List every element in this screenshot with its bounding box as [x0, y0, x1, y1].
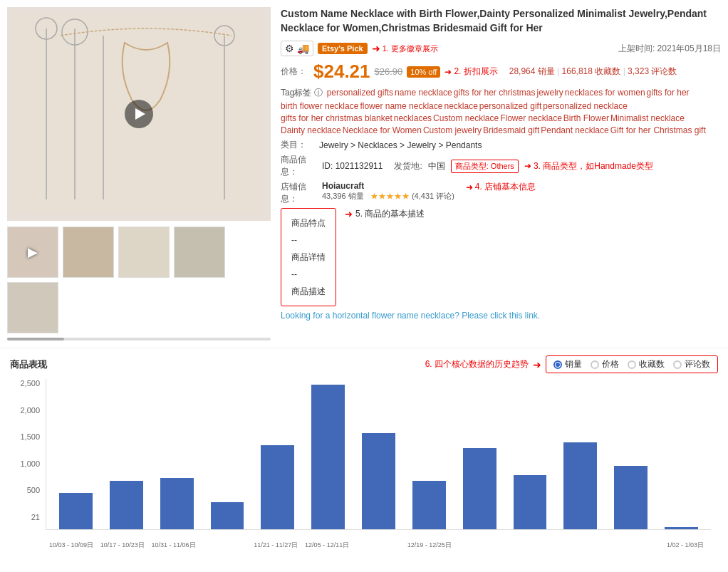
x-label-8 — [455, 541, 506, 550]
favorites-stat: 166,818 收藏数 — [562, 66, 621, 76]
bars-area — [46, 379, 711, 530]
tag-18[interactable]: Necklace for Women — [343, 125, 422, 135]
tag-1[interactable]: name necklace — [395, 88, 452, 98]
tag-16[interactable]: Minimalist necklace — [610, 113, 685, 123]
desc-line1: 商品特点 — [291, 214, 326, 232]
tag-23[interactable]: Christmas gift — [653, 125, 705, 135]
bar-group-7 — [405, 379, 453, 529]
product-info-label: 商品信息： — [281, 154, 316, 178]
product-id: ID: 1021132911 — [322, 161, 383, 171]
upload-time: 上架时间: 2021年05月18日 — [618, 43, 721, 55]
radio-reviews[interactable]: 评论数 — [673, 358, 710, 370]
category-label: 类目： — [281, 139, 316, 151]
original-price: $26.90 — [375, 66, 403, 77]
truck-icon: 🚚 — [297, 43, 309, 54]
x-label-2: 10/31 - 11/06日 — [148, 541, 199, 550]
thumbnail-4[interactable] — [174, 227, 225, 278]
thumbnail-5[interactable] — [7, 282, 58, 333]
tag-11[interactable]: gifts for her christmas blanket — [281, 113, 392, 123]
tag-19[interactable]: Custom jewelry — [423, 125, 482, 135]
thumbnail-3[interactable] — [118, 227, 170, 278]
tag-21[interactable]: Pendant necklace — [541, 125, 608, 135]
tag-5[interactable]: gifts for her — [647, 88, 690, 98]
radio-sales[interactable]: 销量 — [553, 358, 582, 370]
current-price: $24.21 — [313, 61, 370, 83]
radio-sales-label: 销量 — [565, 358, 582, 370]
annotation-5-container: ➜ 5. 商品的基本描述 — [345, 208, 425, 220]
origin-value: 中国 — [428, 160, 445, 172]
bar-0 — [59, 493, 93, 529]
annotation-2: ➜ 2. 折扣展示 — [444, 66, 497, 78]
tag-6[interactable]: birth flower necklace — [281, 101, 358, 111]
desc-link[interactable]: Looking for a horizontal flower name nec… — [281, 311, 721, 321]
store-row: 店铺信息： Hoiaucraft 43,396 销量 ★★★★★ (4,431 … — [281, 181, 721, 205]
tag-22[interactable]: Gift for her — [610, 125, 651, 135]
x-label-10 — [557, 541, 608, 550]
thumbnail-1[interactable] — [7, 227, 58, 278]
desc-line2: -- — [291, 232, 326, 249]
bar-group-1 — [103, 379, 150, 529]
tag-8[interactable]: necklace — [444, 101, 477, 111]
radio-favorites[interactable]: 收藏数 — [628, 358, 665, 370]
store-sales: 43,396 销量 — [322, 192, 364, 200]
tag-20[interactable]: Bridesmaid gift — [483, 125, 539, 135]
store-name[interactable]: Hoiaucraft — [322, 181, 454, 191]
badge-icons: ⚙ 🚚 — [281, 41, 313, 56]
tag-10[interactable]: personalized necklace — [543, 101, 628, 111]
bar-group-9 — [506, 379, 554, 529]
y-label-2: 1,500 — [20, 432, 40, 441]
x-label-1: 10/17 - 10/23日 — [97, 541, 148, 550]
tag-12[interactable]: necklaces — [394, 113, 432, 123]
bar-10 — [563, 442, 597, 529]
etsys-pick-badge: Etsy's Pick — [318, 43, 368, 54]
tag-4[interactable]: necklaces for women — [565, 88, 645, 98]
arrow-icon-3: ➜ — [524, 161, 531, 171]
x-axis: 10/03 - 10/09日 10/17 - 10/23日 10/31 - 11… — [46, 541, 711, 550]
chart-annotation-area: 6. 四个核心数据的历史趋势 ➜ 销量 价格 收藏数 — [425, 355, 718, 373]
arrow-icon-6: ➜ — [533, 359, 541, 370]
y-label-4: 500 — [27, 486, 40, 494]
annotation-1: ➜ 1. 更多徽章展示 — [372, 43, 438, 54]
bar-7 — [412, 481, 446, 529]
origin-label: 发货地: — [394, 160, 422, 172]
tags-label: Tag标签 ⓘ — [281, 87, 323, 99]
sales-stat: 28,964 销量 — [509, 66, 555, 76]
reviews-stat: 3,323 评论数 — [628, 66, 677, 76]
x-label-0: 10/03 - 10/09日 — [46, 541, 97, 550]
tag-13[interactable]: Custom necklace — [433, 113, 499, 123]
tag-2[interactable]: gifts for her christmas — [454, 88, 536, 98]
radio-reviews-circle — [673, 360, 682, 369]
x-label-3 — [199, 541, 251, 550]
radio-price[interactable]: 价格 — [591, 358, 619, 370]
price-section: 价格： $24.21 $26.90 10% off ➜ 2. 折扣展示 28,9… — [281, 61, 721, 83]
tag-3[interactable]: jewelry — [537, 88, 563, 98]
product-images — [7, 7, 271, 340]
thumbnail-2[interactable] — [63, 227, 114, 278]
tag-9[interactable]: personalized gift — [479, 101, 541, 111]
tag-15[interactable]: Birth Flower — [563, 113, 609, 123]
thumbnail-list — [7, 227, 271, 333]
tag-14[interactable]: Flower necklace — [500, 113, 562, 123]
tag-0[interactable]: personalized gifts — [327, 88, 393, 98]
chart-area: 2,500 2,000 1,500 1,000 500 21 — [10, 379, 718, 550]
radio-reviews-label: 评论数 — [685, 358, 710, 370]
video-play-button[interactable] — [125, 100, 153, 128]
category-row: 类目： Jewelry > Necklaces > Jewelry > Pend… — [281, 139, 721, 151]
y-label-0: 2,500 — [20, 379, 40, 388]
bar-group-6 — [355, 379, 402, 529]
bar-5 — [311, 385, 345, 529]
annotation-5: 5. 商品的基本描述 — [355, 208, 425, 220]
tags-section: Tag标签 ⓘ personalized gifts name necklace… — [281, 87, 721, 135]
radio-sales-dot — [556, 363, 560, 367]
radio-favorites-label: 收藏数 — [639, 358, 665, 370]
tag-7[interactable]: flower name necklace — [360, 101, 442, 111]
desc-line5: 商品描述 — [291, 283, 326, 300]
store-details: Hoiaucraft 43,396 销量 ★★★★★ (4,431 评论) — [322, 181, 454, 202]
tag-17[interactable]: Dainty necklace — [281, 125, 341, 135]
bar-group-2 — [153, 379, 201, 529]
x-label-7: 12/19 - 12/25日 — [404, 541, 455, 550]
thumbnail-scrollbar[interactable] — [7, 338, 271, 340]
annotation-3: ➜ 3. 商品类型，如Handmade类型 — [524, 160, 653, 172]
radio-favorites-circle — [628, 360, 636, 369]
bar-9 — [514, 475, 547, 529]
